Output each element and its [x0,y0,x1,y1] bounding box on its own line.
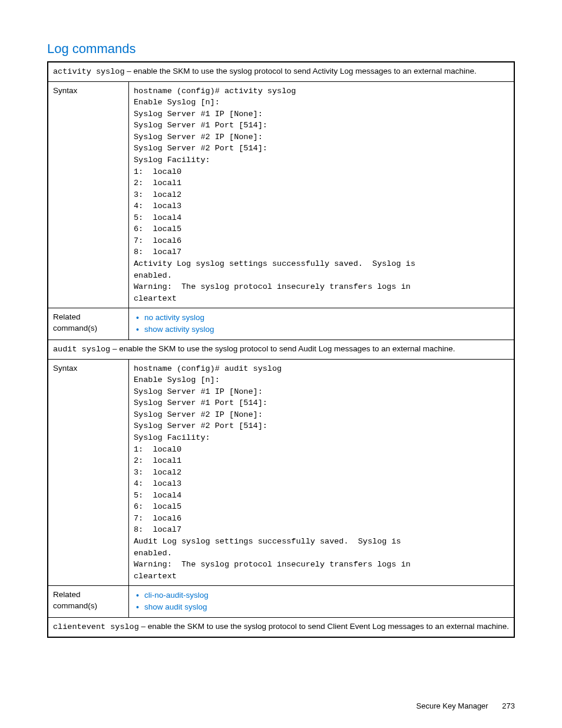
related-links-cell: no activity syslogshow activity syslog [129,308,515,340]
list-item: show activity syslog [144,324,509,335]
command-name: audit syslog [53,345,110,354]
command-header: activity syslog – enable the SKM to use … [48,62,514,81]
syntax-code: hostname (config)# audit syslog Enable S… [129,359,515,586]
related-link[interactable]: show audit syslog [144,602,207,611]
syntax-label: Syntax [48,359,129,586]
list-item: cli-no-audit-syslog [144,590,509,601]
related-link[interactable]: cli-no-audit-syslog [144,591,209,599]
code-block: hostname (config)# activity syslog Enabl… [134,85,509,305]
footer-text: Secure Key Manager [416,701,488,710]
list-item: show audit syslog [144,602,509,613]
page-footer: Secure Key Manager 273 [416,701,515,710]
command-name: clientevent syslog [53,622,139,631]
related-link[interactable]: show activity syslog [144,325,214,334]
command-table: activity syslog – enable the SKM to use … [47,61,515,638]
command-description: – enable the SKM to use the syslog proto… [139,622,509,631]
command-description: – enable the SKM to use the syslog proto… [110,344,455,353]
related-link[interactable]: no activity syslog [144,313,204,322]
command-header: clientevent syslog – enable the SKM to u… [48,618,514,637]
code-block: hostname (config)# audit syslog Enable S… [134,363,509,582]
section-title: Log commands [47,41,515,57]
command-description: – enable the SKM to use the syslog proto… [125,67,477,75]
list-item: no activity syslog [144,312,509,324]
related-links-cell: cli-no-audit-syslogshow audit syslog [129,586,515,618]
command-name: activity syslog [53,67,125,76]
command-header: audit syslog – enable the SKM to use the… [48,340,514,360]
footer-page-number: 273 [502,701,515,710]
related-label: Related command(s) [48,308,129,340]
syntax-code: hostname (config)# activity syslog Enabl… [129,81,515,308]
syntax-label: Syntax [48,81,129,308]
related-label: Related command(s) [48,586,129,618]
